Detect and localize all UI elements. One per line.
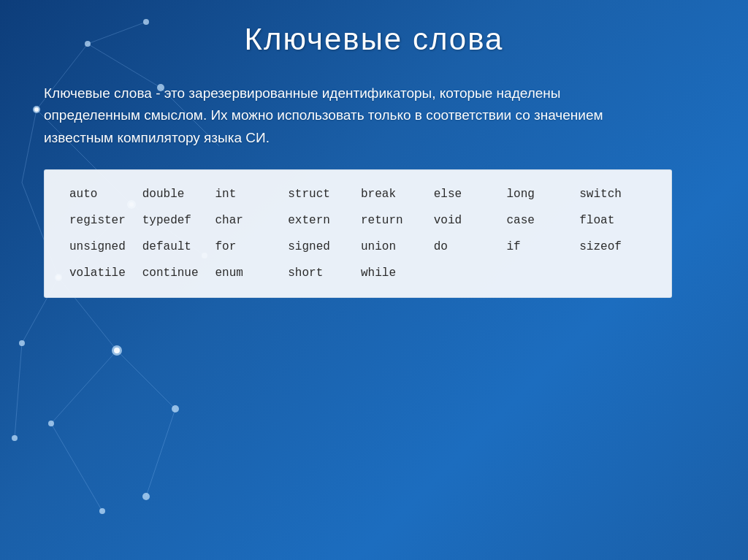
keyword-cell: return bbox=[358, 212, 431, 229]
keyword-cell: register bbox=[66, 212, 140, 229]
keyword-cell: void bbox=[431, 212, 504, 229]
keywords-table-container: autodoubleintstructbreakelselongswitchre… bbox=[44, 169, 672, 298]
keyword-cell: typedef bbox=[140, 212, 213, 229]
keyword-cell: for bbox=[213, 239, 286, 255]
keyword-cell: else bbox=[431, 186, 504, 202]
keyword-cell: union bbox=[358, 239, 431, 255]
keyword-cell: signed bbox=[285, 239, 358, 255]
keyword-cell: switch bbox=[576, 186, 649, 202]
keyword-cell: volatile bbox=[66, 265, 140, 281]
keyword-cell: double bbox=[140, 186, 213, 202]
keyword-cell: break bbox=[358, 186, 431, 202]
keywords-grid: autodoubleintstructbreakelselongswitchre… bbox=[66, 186, 649, 281]
keyword-cell: struct bbox=[285, 186, 358, 202]
keyword-cell: auto bbox=[66, 186, 140, 202]
keyword-cell: default bbox=[140, 239, 213, 255]
keyword-cell: char bbox=[213, 212, 286, 229]
description-text: Ключевые слова - это зарезервированные и… bbox=[44, 83, 628, 149]
keyword-cell: enum bbox=[213, 265, 286, 281]
keyword-cell: float bbox=[576, 212, 649, 229]
keyword-cell: if bbox=[504, 239, 577, 255]
page-title: Ключевые слова bbox=[44, 22, 704, 57]
keyword-cell bbox=[431, 265, 504, 281]
keyword-cell: case bbox=[504, 212, 577, 229]
keyword-cell: short bbox=[285, 265, 358, 281]
keyword-cell bbox=[504, 265, 577, 281]
keyword-cell bbox=[576, 265, 649, 281]
keyword-cell: continue bbox=[140, 265, 213, 281]
main-content: Ключевые слова Ключевые слова - это заре… bbox=[0, 0, 748, 320]
keyword-cell: int bbox=[213, 186, 286, 202]
keyword-cell: unsigned bbox=[66, 239, 140, 255]
keyword-cell: long bbox=[504, 186, 577, 202]
keyword-cell: extern bbox=[285, 212, 358, 229]
keyword-cell: do bbox=[431, 239, 504, 255]
keyword-cell: sizeof bbox=[576, 239, 649, 255]
keyword-cell: while bbox=[358, 265, 431, 281]
